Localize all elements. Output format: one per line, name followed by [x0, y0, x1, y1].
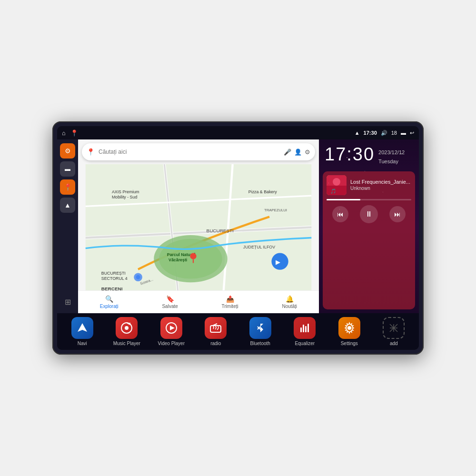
app-add[interactable]: add	[378, 317, 409, 346]
radio-label: radio	[210, 341, 221, 346]
mic-icon[interactable]: 🎤	[284, 149, 291, 156]
map-svg: AXIS Premium Mobility - Sud Pizza & Bake…	[78, 164, 319, 311]
google-maps-icon: 📍	[87, 148, 95, 156]
music-widget: 🎵 Lost Frequencies_Janie... Unknown	[323, 171, 415, 309]
svg-point-20	[190, 253, 196, 259]
music-player-label: Music Player	[113, 341, 140, 346]
progress-fill	[327, 199, 360, 200]
bluetooth-label: Bluetooth	[250, 341, 270, 346]
map-area[interactable]: 📍 🎤 👤 ⚙	[78, 139, 319, 313]
prev-button[interactable]: ⏮	[332, 206, 348, 222]
svg-point-24	[136, 275, 140, 279]
car-head-unit: ⌂ 📍 ▲ 17:30 🔊 18 ▬ ↩	[52, 121, 424, 355]
explore-icon: 🔍	[105, 295, 113, 303]
pause-icon: ⏸	[365, 210, 373, 218]
app-navi[interactable]: Navi	[67, 317, 98, 346]
svg-point-28	[333, 178, 340, 186]
map-nav-news[interactable]: 🔔 Noutăți	[282, 295, 297, 309]
battery-level: 18	[391, 130, 397, 136]
svg-rect-29	[327, 186, 347, 195]
svg-marker-37	[170, 326, 175, 330]
navi-icon	[71, 317, 93, 339]
app-grid: Navi Music Player	[60, 317, 416, 346]
svg-text:TRAPEZULUI: TRAPEZULUI	[264, 208, 287, 212]
video-player-icon	[160, 317, 182, 339]
app-music-player[interactable]: Music Player	[111, 317, 142, 346]
svg-rect-42	[300, 327, 302, 332]
svg-marker-31	[78, 323, 87, 332]
sidebar-navi-btn[interactable]: ▲	[60, 198, 75, 213]
pause-button[interactable]: ⏸	[360, 205, 378, 223]
music-player-icon	[116, 317, 138, 339]
progress-bar[interactable]	[327, 199, 411, 200]
more-icon[interactable]: ⚙	[305, 149, 310, 156]
battery-icon: ▬	[401, 130, 406, 136]
time-display: 17:30	[325, 145, 375, 163]
svg-point-46	[347, 326, 351, 330]
device-screen: ⌂ 📍 ▲ 17:30 🔊 18 ▬ ↩	[57, 126, 419, 350]
next-button[interactable]: ⏭	[389, 206, 406, 222]
svg-text:Văcărești: Văcărești	[169, 258, 187, 262]
bluetooth-icon	[249, 317, 271, 339]
app-equalizer[interactable]: Equalizer	[289, 317, 320, 346]
music-artist: Unknown	[350, 186, 411, 191]
right-panel: 17:30 2023/12/12 Tuesday	[319, 139, 419, 313]
svg-rect-44	[305, 326, 307, 332]
saved-icon: 🔖	[166, 295, 174, 303]
svg-text:BUCUREȘTI: BUCUREȘTI	[207, 228, 234, 233]
map-nav-explore[interactable]: 🔍 Explorați	[100, 295, 119, 309]
app-video-player[interactable]: Video Player	[156, 317, 187, 346]
left-sidebar: ⚙ ▬ 📍 ▲ ⊞	[57, 139, 78, 313]
pin-icon: 📍	[64, 183, 72, 191]
map-bottom-nav: 🔍 Explorați 🔖 Salvate 📤 Trimiteți 🔔 Nout…	[78, 290, 319, 313]
svg-text:Mobility - Sud: Mobility - Sud	[112, 195, 137, 199]
date-line1: 2023/12/12	[378, 149, 405, 156]
back-icon[interactable]: ↩	[410, 130, 414, 136]
equalizer-label: Equalizer	[295, 341, 315, 346]
sidebar-grid-btn[interactable]: ⊞	[60, 294, 75, 309]
account-icon[interactable]: 👤	[294, 149, 302, 156]
svg-text:BUCUREȘTI: BUCUREȘTI	[101, 271, 126, 276]
map-search-input[interactable]	[99, 149, 280, 155]
home-icon[interactable]: ⌂	[62, 129, 66, 137]
map-nav-send[interactable]: 📤 Trimiteți	[222, 295, 238, 309]
svg-point-33	[125, 326, 129, 330]
map-status-icon[interactable]: 📍	[70, 129, 78, 137]
send-label: Trimiteți	[222, 304, 238, 309]
saved-label: Salvate	[162, 304, 178, 309]
svg-text:▶: ▶	[276, 258, 280, 266]
svg-text:JUDEȚUL ILFOV: JUDEȚUL ILFOV	[243, 245, 275, 249]
svg-text:Pizza & Bakery: Pizza & Bakery	[248, 189, 277, 194]
status-left-icons: ⌂ 📍	[62, 129, 78, 137]
folder-icon: ▬	[65, 166, 70, 172]
music-text: Lost Frequencies_Janie... Unknown	[350, 179, 411, 191]
sidebar-map-btn[interactable]: 📍	[60, 179, 75, 195]
add-app-icon	[383, 317, 405, 339]
prev-icon: ⏮	[337, 210, 344, 218]
sidebar-settings-btn[interactable]: ⚙	[60, 143, 75, 159]
svg-text:🎵: 🎵	[330, 188, 337, 194]
settings-app-label: Settings	[341, 341, 358, 346]
svg-rect-45	[307, 324, 309, 332]
time-status: 17:30	[364, 130, 377, 136]
settings-app-icon	[338, 317, 360, 339]
time-widget: 17:30 2023/12/12 Tuesday	[323, 143, 415, 168]
app-radio[interactable]: radio	[200, 317, 231, 346]
app-bluetooth[interactable]: Bluetooth	[245, 317, 276, 346]
app-settings[interactable]: Settings	[334, 317, 365, 346]
date-line2: Tuesday	[378, 158, 405, 165]
wifi-icon: ▲	[355, 130, 360, 136]
news-label: Noutăți	[282, 304, 297, 309]
sidebar-files-btn[interactable]: ▬	[60, 161, 75, 177]
radio-icon	[205, 317, 227, 339]
music-controls: ⏮ ⏸ ⏭	[327, 205, 411, 223]
map-search-actions: 🎤 👤 ⚙	[284, 149, 310, 156]
map-search-bar[interactable]: 📍 🎤 👤 ⚙	[82, 143, 315, 160]
status-bar: ⌂ 📍 ▲ 17:30 🔊 18 ▬ ↩	[57, 126, 419, 139]
map-nav-saved[interactable]: 🔖 Salvate	[162, 295, 178, 309]
navi-label: Navi	[78, 341, 87, 346]
main-content: ⚙ ▬ 📍 ▲ ⊞ 📍	[57, 139, 419, 313]
add-app-label: add	[390, 341, 398, 346]
album-art: 🎵	[327, 175, 347, 195]
svg-text:AXIS Premium: AXIS Premium	[112, 189, 139, 194]
